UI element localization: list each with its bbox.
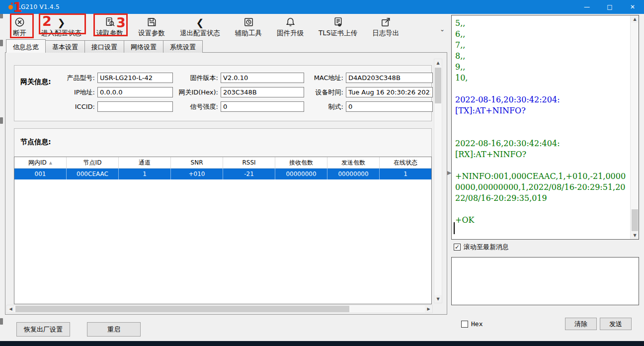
send-button[interactable]: 发送: [600, 318, 632, 330]
field-label: 固件版本:: [174, 74, 220, 83]
tab-info-overview[interactable]: 信息总览: [6, 39, 46, 53]
tab-basic-settings[interactable]: 基本设置: [45, 40, 85, 53]
table-header: 网内ID ▲ 节点ID 通道 SNR RSSI 接收包数 发送包数 在线状态: [14, 157, 431, 169]
set-params-button[interactable]: 设置参数: [136, 16, 167, 38]
toolbar-label: TLS证书上传: [319, 29, 357, 38]
column-header-net-id[interactable]: 网内ID ▲: [14, 157, 67, 168]
field-input[interactable]: [346, 101, 433, 112]
log-line: [455, 127, 628, 138]
scroll-down-icon[interactable]: ▼: [631, 232, 639, 239]
column-header-snr[interactable]: SNR: [171, 157, 223, 168]
log-line: 5,,: [455, 18, 628, 29]
field-input[interactable]: [221, 87, 304, 97]
restart-button[interactable]: 重启: [87, 322, 141, 337]
log-line: [RX]:AT+NINFO?: [455, 149, 628, 160]
log-export-button[interactable]: 日志导出: [370, 16, 401, 38]
column-header-node-id[interactable]: 节点ID: [67, 157, 119, 168]
log-line: 9,,: [455, 62, 628, 73]
log-line: 2022-08-16,20:30:42:204:: [455, 94, 628, 105]
column-label: SNR: [191, 159, 203, 166]
cell-online-status: 1: [380, 169, 431, 179]
log-vertical-scrollbar[interactable]: ▲ ▼: [630, 15, 639, 239]
field-label: 设备时间:: [305, 88, 345, 97]
firmware-upgrade-icon: [285, 16, 296, 28]
log-line: [455, 204, 628, 215]
checkbox-unchecked-icon: [461, 321, 468, 328]
column-header-online-status[interactable]: 在线状态: [380, 157, 431, 168]
toolbar-label: 辅助工具: [235, 29, 262, 38]
minimize-button[interactable]: —: [575, 0, 598, 14]
background-window-fragment: [0, 40, 3, 46]
maximize-button[interactable]: □: [598, 0, 621, 14]
column-label: 接收包数: [289, 159, 313, 167]
main-horizontal-scrollbar[interactable]: ◀ ▶: [6, 305, 433, 313]
gateway-info-group: 网关信息: 产品型号:固件版本:MAC地址:IP地址:网关ID(Hex):设备时…: [14, 65, 432, 121]
tls-cert-upload-button[interactable]: TLS证书上传: [317, 16, 359, 38]
hex-checkbox[interactable]: Hex: [461, 320, 483, 328]
gateway-info-title: 网关信息:: [20, 78, 51, 86]
log-scroll-thumb[interactable]: [632, 209, 638, 231]
column-label: RSSI: [242, 159, 255, 166]
field-label: 网关ID(Hex):: [174, 88, 220, 97]
cell-net-id: 001: [14, 169, 67, 179]
scroll-right-icon[interactable]: ▶: [425, 305, 432, 313]
log-output[interactable]: 5,,6,,7,,8,,9,,10, 2022-08-16,20:30:42:2…: [455, 18, 628, 237]
field-input[interactable]: [97, 87, 173, 97]
node-table: 网内ID ▲ 节点ID 通道 SNR RSSI 接收包数 发送包数 在线状态 0…: [14, 157, 432, 304]
close-button[interactable]: ✕: [621, 0, 644, 14]
field-label: ICCID:: [63, 103, 96, 110]
annotation-box-1: [10, 13, 34, 38]
horizontal-scroll-thumb[interactable]: [15, 306, 349, 312]
main-vertical-scrollbar[interactable]: ▲ ▼: [434, 59, 442, 303]
info-overview-panel: 网关信息: 产品型号:固件版本:MAC地址:IP地址:网关ID(Hex):设备时…: [5, 52, 447, 315]
factory-reset-button[interactable]: 恢复出厂设置: [16, 322, 70, 337]
cell-rx-packets: 00000000: [275, 169, 327, 179]
column-header-rx-packets[interactable]: 接收包数: [275, 157, 327, 168]
scroll-down-icon[interactable]: ▼: [434, 295, 442, 303]
window-controls: — □ ✕: [575, 0, 644, 14]
scroll-left-icon[interactable]: ◀: [7, 305, 14, 313]
gateway-fields: 产品型号:固件版本:MAC地址:IP地址:网关ID(Hex):设备时间:ICCI…: [63, 73, 433, 112]
column-header-channel[interactable]: 通道: [119, 157, 171, 168]
firmware-upgrade-button[interactable]: 固件升级: [275, 16, 306, 38]
tls-cert-icon: [332, 16, 344, 28]
aux-tools-button[interactable]: 辅助工具: [233, 16, 264, 38]
exit-config-button[interactable]: ❮ 退出配置状态: [178, 16, 222, 38]
scroll-up-icon[interactable]: ▲: [631, 15, 639, 23]
cell-node-id: 000CEAAC: [67, 169, 119, 179]
column-label: 在线状态: [394, 159, 417, 167]
toolbar-label: 退出配置状态: [180, 29, 220, 38]
tab-interface-settings[interactable]: 接口设置: [84, 40, 124, 53]
field-input[interactable]: [346, 87, 433, 97]
toolbar-overflow-icon[interactable]: ⌄: [440, 26, 445, 33]
annotation-number-2: 2: [42, 14, 52, 28]
autoscroll-checkbox[interactable]: ✓ 滚动至最新消息: [454, 243, 509, 252]
field-input[interactable]: [346, 73, 433, 83]
field-input[interactable]: [221, 101, 304, 112]
column-label: 节点ID: [83, 159, 102, 167]
field-input[interactable]: [97, 101, 173, 112]
table-row[interactable]: 001 000CEAAC 1 +010 -21 00000000 0000000…: [14, 169, 431, 179]
log-line: 7,,: [455, 40, 628, 51]
clear-button[interactable]: 清除: [565, 318, 597, 330]
field-label: 产品型号:: [63, 74, 96, 83]
autoscroll-label: 滚动至最新消息: [464, 243, 509, 252]
tab-bar: 信息总览 基本设置 接口设置 网络设置 系统设置: [6, 40, 202, 53]
column-header-tx-packets[interactable]: 发送包数: [327, 157, 380, 168]
exit-config-icon: ❮: [196, 16, 204, 28]
message-input[interactable]: [451, 257, 639, 305]
field-input[interactable]: [221, 73, 304, 83]
annotation-number-3: 3: [116, 16, 126, 29]
column-header-rssi[interactable]: RSSI: [223, 157, 275, 168]
log-line: 2022-08-16,20:30:42:404:: [455, 138, 628, 149]
log-line: 6,,: [455, 29, 628, 40]
vertical-scroll-thumb[interactable]: [435, 68, 441, 103]
tab-network-settings[interactable]: 网络设置: [124, 40, 163, 53]
tab-system-settings[interactable]: 系统设置: [163, 40, 203, 53]
log-line: [455, 84, 628, 94]
taskbar-strip: [0, 341, 644, 346]
application-window: LG210 V1.4.5 — □ ✕ 断开 ❯ 进入配置状态 读取参数: [0, 0, 644, 346]
cell-tx-packets: 00000000: [327, 169, 380, 179]
scroll-up-icon[interactable]: ▲: [434, 59, 442, 67]
field-input[interactable]: [97, 73, 173, 83]
